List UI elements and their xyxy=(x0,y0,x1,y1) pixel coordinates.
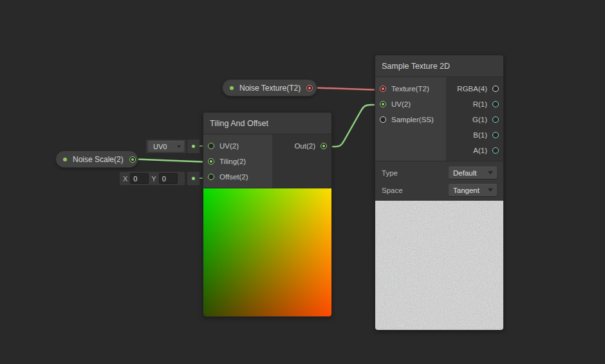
port-g-out[interactable] xyxy=(492,116,499,123)
port-row-offset: Offset(2) xyxy=(203,169,272,185)
port-uv-in[interactable] xyxy=(208,143,214,149)
port-row-a: A(1) xyxy=(446,143,503,158)
port-b-out[interactable] xyxy=(492,132,499,138)
port-label-b: B(1) xyxy=(473,131,487,139)
port-row-sampler: Sampler(SS) xyxy=(375,112,446,127)
port-row-out: Out(2) xyxy=(272,138,331,154)
x-axis-label: X xyxy=(123,175,127,183)
property-node-noise-texture[interactable]: Noise Texture(T2) xyxy=(222,79,317,96)
node-sample-texture-2d[interactable]: Sample Texture 2D Texture(T2) UV(2) Samp… xyxy=(375,55,504,331)
offset-y-field[interactable]: 0 xyxy=(159,173,178,184)
default-value-dot-icon xyxy=(192,145,195,148)
port-sampler-in[interactable] xyxy=(380,116,386,123)
type-dropdown-value: Default xyxy=(453,169,476,177)
sample-ports-area: Texture(T2) UV(2) Sampler(SS) RGBA(4) R(… xyxy=(375,77,503,161)
exposed-parameter-dot-icon xyxy=(63,158,67,161)
port-row-rgba: RGBA(4) xyxy=(446,81,503,96)
port-label-g: G(1) xyxy=(472,116,487,123)
wire-out-to-uv[interactable] xyxy=(324,105,382,147)
default-value-dot-icon xyxy=(192,177,195,180)
property-node-label: Noise Scale(2) xyxy=(73,155,124,164)
port-label-tiling: Tiling(2) xyxy=(219,158,246,165)
wire-noise-scale-to-tiling[interactable] xyxy=(128,159,210,162)
sample-input-ports: Texture(T2) UV(2) Sampler(SS) xyxy=(375,77,446,161)
port-label-texture: Texture(T2) xyxy=(391,85,429,93)
port-noise-texture-out[interactable] xyxy=(306,85,313,91)
uv-channel-widget: UV0 xyxy=(146,140,186,153)
y-axis-label: Y xyxy=(151,175,156,183)
noise-texture-preview xyxy=(375,200,503,330)
type-dropdown[interactable]: Default xyxy=(449,167,497,179)
port-row-r: R(1) xyxy=(446,96,503,112)
shader-graph-canvas[interactable]: Noise Texture(T2) Noise Scale(2) UV0 X 0… xyxy=(0,0,605,364)
uv-gradient-preview xyxy=(203,188,331,316)
port-rgba-out[interactable] xyxy=(492,86,499,92)
port-tiling-in[interactable] xyxy=(208,158,214,165)
type-control-row: Type Default xyxy=(375,164,503,181)
node-title: Sample Texture 2D xyxy=(382,62,450,71)
port-label-uv: UV(2) xyxy=(219,142,239,150)
port-offset-in[interactable] xyxy=(208,174,214,180)
space-dropdown-value: Tangent xyxy=(453,187,479,194)
space-label: Space xyxy=(382,187,403,194)
sample-node-title-bar[interactable]: Sample Texture 2D xyxy=(375,55,503,77)
port-label-out: Out(2) xyxy=(294,142,315,150)
chevron-down-icon xyxy=(488,188,493,192)
uv-channel-value: UV0 xyxy=(153,143,167,150)
tiling-input-ports: UV(2) Tiling(2) Offset(2) xyxy=(203,134,272,188)
exposed-parameter-dot-icon xyxy=(230,86,234,90)
port-label-offset: Offset(2) xyxy=(219,173,248,181)
offset-x-field[interactable]: 0 xyxy=(130,173,149,184)
tiling-node-title-bar[interactable]: Tiling And Offset xyxy=(203,113,331,134)
uv-channel-dropdown[interactable]: UV0 xyxy=(148,141,184,152)
port-uv-in[interactable] xyxy=(380,101,386,107)
property-node-label: Noise Texture(T2) xyxy=(239,84,301,93)
port-row-g: G(1) xyxy=(446,112,503,127)
port-r-out[interactable] xyxy=(492,101,499,107)
port-label-a: A(1) xyxy=(473,147,487,154)
port-texture-in[interactable] xyxy=(380,86,386,92)
port-row-tiling: Tiling(2) xyxy=(203,154,272,169)
noise-texture-image xyxy=(375,201,503,330)
chevron-down-icon xyxy=(177,145,181,148)
port-out[interactable] xyxy=(321,143,327,149)
space-dropdown[interactable]: Tangent xyxy=(449,184,497,196)
sample-node-controls: Type Default Space Tangent xyxy=(375,161,503,200)
port-a-out[interactable] xyxy=(492,147,499,154)
property-node-noise-scale[interactable]: Noise Scale(2) xyxy=(55,150,138,168)
sample-output-ports: RGBA(4) R(1) G(1) B(1) A(1) xyxy=(446,77,503,161)
port-noise-scale-out[interactable] xyxy=(129,156,136,163)
type-label: Type xyxy=(382,169,398,177)
port-label-sampler: Sampler(SS) xyxy=(391,116,434,123)
port-row-uv: UV(2) xyxy=(203,138,272,154)
port-label-rgba: RGBA(4) xyxy=(457,85,487,93)
node-title: Tiling And Offset xyxy=(210,119,268,128)
port-label-uv: UV(2) xyxy=(391,100,411,108)
offset-xy-widget: X 0 Y 0 xyxy=(120,172,185,185)
port-row-b: B(1) xyxy=(446,127,503,143)
offset-default-connector xyxy=(187,172,200,185)
port-row-texture: Texture(T2) xyxy=(375,81,446,96)
port-label-r: R(1) xyxy=(473,100,487,108)
tiling-output-ports: Out(2) xyxy=(272,134,331,188)
node-tiling-and-offset[interactable]: Tiling And Offset UV(2) Tiling(2) Offset… xyxy=(203,112,332,317)
space-control-row: Space Tangent xyxy=(375,181,503,199)
uv-default-connector xyxy=(187,140,200,153)
chevron-down-icon xyxy=(488,171,493,174)
tiling-ports-area: UV(2) Tiling(2) Offset(2) Out(2) xyxy=(203,134,331,188)
port-row-uv: UV(2) xyxy=(375,96,446,112)
wire-noise-texture-to-sample[interactable] xyxy=(307,87,382,90)
